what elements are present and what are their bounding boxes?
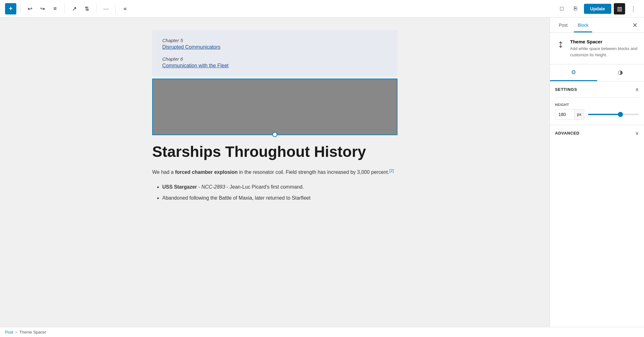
chapter-6-link[interactable]: Communication with the Fleet	[162, 63, 229, 68]
block-description: Add white space between blocks and custo…	[570, 46, 639, 58]
block-info-text: Theme Spacer Add white space between blo…	[570, 39, 639, 58]
tab-post[interactable]: Post	[555, 18, 571, 32]
breadcrumb-current-item: Theme Spacer	[19, 330, 46, 334]
settings-header[interactable]: Settings ∧	[555, 86, 639, 92]
advanced-chevron-icon: ∨	[635, 130, 639, 136]
toolbar-divider-2	[64, 4, 65, 13]
starship-list: USS Stargazer - NCC-2893 - Jean-Luc Pica…	[162, 183, 397, 202]
collapse-button[interactable]: «	[119, 3, 131, 14]
stargazer-name: USS Stargazer	[162, 184, 197, 190]
breadcrumb-separator: >	[15, 330, 18, 334]
list-item: USS Stargazer - NCC-2893 - Jean-Luc Pica…	[162, 183, 397, 191]
toc-block: Chapter 5 Disrupted Communicators Chapte…	[152, 30, 397, 76]
height-unit: px	[574, 109, 584, 119]
block-title: Theme Spacer	[570, 39, 639, 44]
body-text-content: We had a forced chamber explosion in the…	[152, 169, 389, 175]
external-link-button[interactable]: ⎘	[570, 3, 581, 14]
add-block-button[interactable]: +	[5, 3, 16, 14]
height-input-group: px	[555, 109, 584, 120]
sidebar-inner-tabs: ⚙ ◑	[550, 64, 644, 81]
toc-chapter-5: Chapter 5 Disrupted Communicators	[162, 38, 387, 50]
breadcrumb-post-link[interactable]: Post	[5, 330, 13, 334]
settings-tab[interactable]: ⚙	[550, 64, 597, 81]
settings-dots-button[interactable]: ⋮	[628, 3, 639, 14]
spacer-block[interactable]	[152, 79, 397, 135]
theme-spacer-icon	[555, 39, 566, 50]
body-paragraph: We had a forced chamber explosion in the…	[152, 167, 397, 177]
toolbar-right: □ ⎘ Update ▥ ⋮	[556, 3, 639, 14]
editor-area: Chapter 5 Disrupted Communicators Chapte…	[0, 18, 550, 327]
toolbar-divider-4	[115, 4, 116, 13]
main-heading: Starships Throughout History	[152, 143, 397, 161]
tab-block[interactable]: Block	[574, 18, 592, 32]
more-options-button[interactable]: ⋯	[100, 3, 112, 14]
chapter-6-label: Chapter 6	[162, 56, 387, 62]
main-layout: Chapter 5 Disrupted Communicators Chapte…	[0, 18, 644, 327]
settings-title: Settings	[555, 87, 577, 92]
list-view-button[interactable]: ≡	[49, 3, 61, 14]
settings-section: Settings ∧ HEIGHT px	[550, 81, 644, 125]
height-control: px	[555, 109, 639, 120]
advanced-section: Advanced ∨	[550, 125, 644, 141]
block-info: Theme Spacer Add white space between blo…	[550, 33, 644, 64]
advanced-title: Advanced	[555, 131, 580, 135]
settings-chevron-icon: ∧	[635, 86, 639, 92]
advanced-header[interactable]: Advanced ∨	[555, 130, 639, 136]
update-button[interactable]: Update	[584, 4, 611, 14]
styles-tab[interactable]: ◑	[597, 64, 644, 81]
settings-divider	[555, 97, 639, 98]
toolbar-divider-3	[96, 4, 97, 13]
breadcrumb-bar: Post > Theme Spacer	[0, 327, 644, 337]
editor-content: Chapter 5 Disrupted Communicators Chapte…	[152, 30, 397, 205]
height-label: HEIGHT	[555, 103, 639, 107]
styles-icon: ◑	[618, 69, 623, 76]
height-input[interactable]	[555, 109, 574, 119]
toolbar-divider-1	[20, 4, 20, 13]
chapter-5-link[interactable]: Disrupted Communicators	[162, 44, 220, 50]
right-sidebar: Post Block ✕ Theme Spacer Add white spac…	[550, 18, 644, 327]
layout-view-button[interactable]: ▥	[614, 3, 625, 14]
sidebar-tabs: Post Block ✕	[550, 18, 644, 33]
undo-button[interactable]: ↩	[24, 3, 36, 14]
stargazer-desc: Abandoned following the Battle of Maxia,…	[162, 195, 310, 201]
toolbar: + ↩ ↪ ≡ ↗ ⇅ ⋯ « □ ⎘ Update ▥ ⋮	[0, 0, 644, 18]
sidebar-close-button[interactable]: ✕	[631, 18, 639, 32]
toc-chapter-6: Chapter 6 Communication with the Fleet	[162, 56, 387, 69]
preview-button[interactable]: □	[556, 3, 568, 14]
stargazer-italic: - NCC-2893 - Jean-Luc Picard's first com…	[198, 184, 304, 190]
transform-button[interactable]: ↗	[69, 3, 80, 14]
spacer-resize-handle[interactable]	[272, 132, 277, 137]
chapter-5-label: Chapter 5	[162, 38, 387, 43]
footnote-link[interactable]: [2]	[389, 168, 394, 173]
gear-icon: ⚙	[571, 69, 576, 76]
block-info-header: Theme Spacer Add white space between blo…	[555, 39, 639, 58]
list-item-2: Abandoned following the Battle of Maxia,…	[162, 194, 397, 202]
toggle-button[interactable]: ⇅	[81, 3, 92, 14]
redo-button[interactable]: ↪	[37, 3, 48, 14]
height-slider[interactable]	[588, 114, 639, 115]
